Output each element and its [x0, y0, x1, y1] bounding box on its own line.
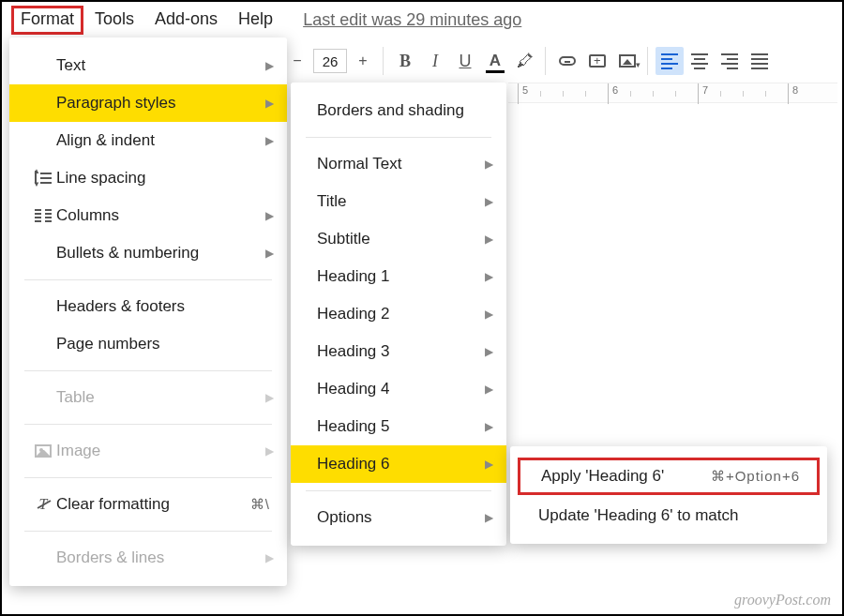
menu-item-update-heading-6[interactable]: Update 'Heading 6' to match — [510, 497, 827, 534]
chevron-right-icon: ▶ — [265, 551, 274, 564]
chevron-right-icon: ▶ — [265, 247, 274, 260]
columns-icon — [30, 209, 56, 222]
menu-item-label: Align & indent — [56, 131, 155, 150]
menu-item-subtitle[interactable]: Subtitle ▶ — [291, 220, 506, 258]
comment-icon — [589, 54, 606, 68]
menu-item-label: Heading 5 — [317, 417, 390, 436]
menu-item-title[interactable]: Title ▶ — [291, 183, 506, 220]
clear-formatting-icon: T — [30, 497, 56, 512]
menu-addons[interactable]: Add-ons — [145, 6, 227, 35]
image-icon — [619, 54, 636, 68]
watermark: groovyPost.com — [734, 592, 831, 608]
menu-item-paragraph-styles[interactable]: Paragraph styles ▶ — [9, 84, 287, 122]
menu-item-label: Table — [56, 388, 95, 407]
insert-image-button[interactable] — [613, 47, 641, 75]
chevron-right-icon: ▶ — [265, 134, 274, 147]
menu-item-line-spacing[interactable]: ▲▼ Line spacing — [9, 159, 287, 197]
menu-format[interactable]: Format — [11, 6, 83, 35]
align-right-button[interactable] — [716, 47, 744, 75]
ruler-mark-5: 5 — [522, 84, 528, 96]
chevron-right-icon: ▶ — [265, 391, 274, 404]
italic-button[interactable]: I — [421, 47, 449, 75]
line-spacing-icon: ▲▼ — [30, 171, 56, 186]
menu-item-label: Title — [317, 192, 347, 211]
menu-item-label: Line spacing — [56, 169, 145, 188]
ruler-mark-6: 6 — [612, 84, 618, 96]
ruler: 5 6 7 8 — [508, 83, 837, 103]
insert-link-button[interactable] — [553, 47, 581, 75]
font-size-input[interactable]: 26 — [313, 49, 347, 73]
menu-tools[interactable]: Tools — [85, 6, 143, 35]
chevron-right-icon: ▶ — [485, 383, 493, 396]
menu-item-page-numbers[interactable]: Page numbers — [9, 325, 287, 363]
highlight-button[interactable]: 🖍 — [511, 47, 539, 75]
menu-item-label: Headers & footers — [56, 297, 185, 316]
chevron-right-icon: ▶ — [485, 345, 493, 358]
menu-item-label: Image — [56, 442, 100, 460]
chevron-right-icon: ▶ — [485, 308, 493, 321]
separator — [24, 424, 272, 425]
menu-item-borders-lines: Borders & lines ▶ — [9, 539, 287, 577]
menu-item-heading-5[interactable]: Heading 5 ▶ — [291, 408, 506, 445]
menu-item-label: Columns — [56, 206, 119, 225]
chevron-right-icon: ▶ — [485, 270, 493, 283]
menu-item-borders-shading[interactable]: Borders and shading — [291, 92, 506, 129]
chevron-right-icon: ▶ — [485, 195, 493, 208]
font-size-increase-button[interactable]: + — [349, 47, 377, 75]
menu-item-heading-2[interactable]: Heading 2 ▶ — [291, 295, 506, 333]
chevron-right-icon: ▶ — [265, 209, 274, 222]
menu-item-heading-3[interactable]: Heading 3 ▶ — [291, 333, 506, 370]
menu-item-normal-text[interactable]: Normal Text ▶ — [291, 145, 506, 183]
menu-item-headers-footers[interactable]: Headers & footers — [9, 288, 287, 325]
image-icon — [30, 444, 56, 458]
menu-item-label: Heading 4 — [317, 380, 390, 398]
menu-item-label: Page numbers — [56, 335, 160, 353]
insert-comment-button[interactable] — [583, 47, 611, 75]
last-edit-link[interactable]: Last edit was 29 minutes ago — [303, 10, 521, 30]
chevron-right-icon: ▶ — [485, 511, 493, 524]
bold-button[interactable]: B — [391, 47, 419, 75]
text-style-group: B I U A 🖍 — [391, 47, 546, 75]
menu-item-label: Heading 6 — [317, 455, 390, 473]
separator — [24, 279, 272, 280]
menu-item-heading-1[interactable]: Heading 1 ▶ — [291, 258, 506, 295]
menu-item-align-indent[interactable]: Align & indent ▶ — [9, 122, 287, 159]
align-group — [656, 47, 779, 75]
heading-6-menu: Apply 'Heading 6' ⌘+Option+6 Update 'Hea… — [510, 446, 827, 544]
menu-shortcut: ⌘\ — [250, 496, 270, 513]
chevron-right-icon: ▶ — [485, 458, 493, 471]
menu-item-label: Text — [56, 56, 85, 75]
menu-item-label: Apply 'Heading 6' — [541, 467, 664, 486]
menu-item-options[interactable]: Options ▶ — [291, 499, 506, 536]
menu-item-columns[interactable]: Columns ▶ — [9, 197, 287, 234]
menu-item-label: Normal Text — [317, 155, 401, 173]
menu-item-label: Paragraph styles — [56, 94, 176, 113]
separator — [24, 370, 272, 371]
align-right-icon — [721, 53, 738, 69]
text-color-button[interactable]: A — [481, 47, 509, 75]
underline-button[interactable]: U — [451, 47, 479, 75]
app-frame: Format Tools Add-ons Help Last edit was … — [0, 0, 844, 616]
menu-item-text[interactable]: Text ▶ — [9, 47, 287, 84]
menu-item-image: Image ▶ — [9, 432, 287, 470]
menu-item-heading-4[interactable]: Heading 4 ▶ — [291, 370, 506, 408]
ruler-mark-8: 8 — [792, 84, 798, 96]
align-left-button[interactable] — [656, 47, 684, 75]
menu-help[interactable]: Help — [229, 6, 282, 35]
align-center-button[interactable] — [686, 47, 714, 75]
menu-item-label: Borders and shading — [317, 101, 464, 120]
menu-item-label: Options — [317, 508, 372, 527]
font-size-decrease-button[interactable]: − — [283, 47, 311, 75]
align-center-icon — [691, 53, 708, 69]
font-size-group: − 26 + — [283, 47, 384, 75]
menu-item-heading-6[interactable]: Heading 6 ▶ — [291, 445, 506, 483]
menu-item-bullets-numbering[interactable]: Bullets & numbering ▶ — [9, 234, 287, 272]
menu-item-label: Subtitle — [317, 230, 370, 248]
ruler-mark-7: 7 — [702, 84, 708, 96]
menu-item-clear-formatting[interactable]: T Clear formatting ⌘\ — [9, 486, 287, 523]
chevron-right-icon: ▶ — [265, 97, 274, 110]
chevron-right-icon: ▶ — [485, 158, 493, 171]
menu-item-apply-heading-6[interactable]: Apply 'Heading 6' ⌘+Option+6 — [518, 458, 820, 495]
align-justify-button[interactable] — [746, 47, 774, 75]
menu-item-label: Heading 1 — [317, 267, 390, 286]
